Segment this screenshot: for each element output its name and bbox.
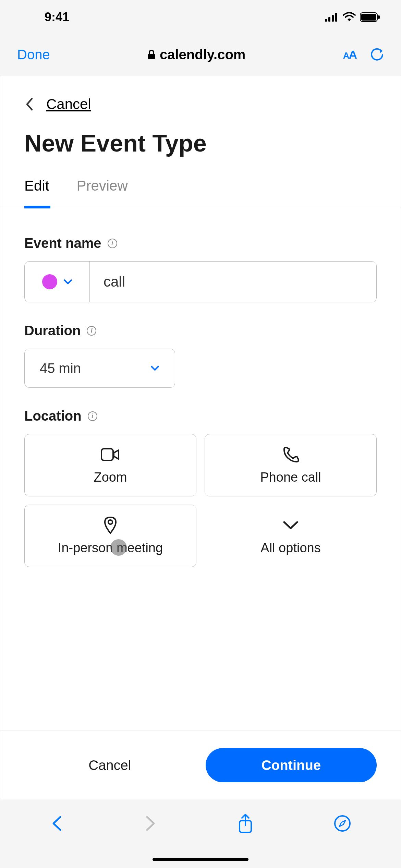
location-zoom-label: Zoom <box>94 470 127 485</box>
svg-point-12 <box>335 816 350 831</box>
field-event-name: Event name i <box>24 236 377 302</box>
chevron-down-icon <box>150 365 160 371</box>
svg-point-9 <box>108 520 112 524</box>
battery-icon <box>360 12 380 22</box>
event-name-label: Event name <box>24 236 101 251</box>
browser-bar: Done calendly.com AA <box>0 34 401 75</box>
svg-rect-0 <box>325 19 327 22</box>
lock-icon <box>147 50 156 60</box>
status-icons <box>325 12 380 22</box>
svg-rect-6 <box>378 15 380 19</box>
pin-icon <box>104 517 117 534</box>
location-label: Location <box>24 408 82 424</box>
field-location: Location i Zoom Phone call <box>24 408 377 567</box>
forward-icon <box>144 815 157 832</box>
touch-indicator <box>110 539 127 556</box>
duration-label: Duration <box>24 323 81 338</box>
home-indicator[interactable] <box>153 858 248 861</box>
back-icon[interactable] <box>50 815 64 832</box>
svg-rect-3 <box>335 13 337 22</box>
wifi-icon <box>343 12 356 22</box>
field-duration: Duration i 45 min <box>24 323 377 388</box>
svg-rect-5 <box>361 14 376 21</box>
location-all-options[interactable]: All options <box>205 505 377 567</box>
phone-icon <box>282 446 299 463</box>
location-phone-label: Phone call <box>260 470 321 485</box>
cancel-link[interactable]: Cancel <box>46 96 91 112</box>
info-icon[interactable]: i <box>87 326 96 336</box>
reload-icon[interactable] <box>370 48 384 62</box>
page-content: Cancel New Event Type Edit Preview Event… <box>0 75 401 799</box>
text-size-button[interactable]: AA <box>343 48 356 61</box>
location-phone[interactable]: Phone call <box>205 434 377 496</box>
url-display[interactable]: calendly.com <box>147 47 245 62</box>
location-grid: Zoom Phone call In-person meeting <box>24 434 377 567</box>
duration-select[interactable]: 45 min <box>24 349 175 388</box>
safari-icon[interactable] <box>334 815 351 832</box>
bottom-toolbar <box>0 799 401 868</box>
url-text: calendly.com <box>160 47 245 62</box>
svg-rect-1 <box>328 17 330 22</box>
status-time: 9:41 <box>45 10 69 24</box>
color-picker[interactable] <box>25 262 90 302</box>
info-icon[interactable]: i <box>108 239 117 248</box>
form: Event name i Duration i 45 min <box>0 208 401 731</box>
continue-button[interactable]: Continue <box>206 748 377 782</box>
duration-value: 45 min <box>40 361 81 376</box>
done-button[interactable]: Done <box>17 47 50 62</box>
event-name-row <box>24 261 377 302</box>
cellular-icon <box>325 13 339 22</box>
back-chevron-icon[interactable] <box>24 97 34 111</box>
tab-preview[interactable]: Preview <box>76 178 127 208</box>
location-zoom[interactable]: Zoom <box>24 434 196 496</box>
color-dot <box>42 274 57 289</box>
event-name-input[interactable] <box>90 262 376 302</box>
chevron-down-icon <box>282 517 299 534</box>
svg-rect-7 <box>148 54 155 59</box>
video-icon <box>101 446 120 463</box>
svg-rect-8 <box>101 449 113 460</box>
back-row: Cancel <box>24 96 377 112</box>
tabs: Edit Preview <box>0 178 401 208</box>
chevron-down-icon <box>63 279 72 285</box>
share-icon[interactable] <box>237 813 254 834</box>
footer: Cancel Continue <box>0 731 401 799</box>
location-all-label: All options <box>260 541 320 555</box>
tab-edit[interactable]: Edit <box>24 178 49 208</box>
location-inperson[interactable]: In-person meeting <box>24 505 196 567</box>
status-bar: 9:41 <box>0 0 401 34</box>
page-title: New Event Type <box>24 130 377 157</box>
cancel-button[interactable]: Cancel <box>24 748 195 782</box>
page-header: Cancel New Event Type <box>0 75 401 178</box>
info-icon[interactable]: i <box>88 411 97 421</box>
svg-rect-2 <box>332 15 334 22</box>
